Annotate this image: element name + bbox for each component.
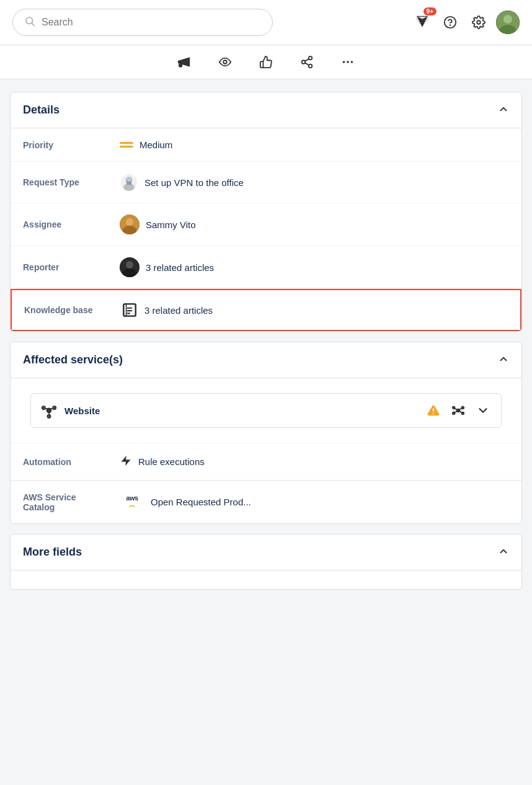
knowledge-base-text: 3 related articles bbox=[144, 305, 213, 316]
aws-logo: aws ⌢ bbox=[120, 494, 144, 510]
service-expand-button[interactable] bbox=[475, 402, 491, 419]
automation-text: Rule executions bbox=[138, 456, 205, 467]
svg-line-14 bbox=[305, 63, 309, 65]
svg-line-39 bbox=[45, 409, 49, 409]
nav-icons: 9+ bbox=[412, 11, 520, 34]
search-bar[interactable] bbox=[12, 9, 273, 36]
more-fields-title: More fields bbox=[23, 546, 82, 559]
svg-point-36 bbox=[42, 406, 45, 409]
svg-point-45 bbox=[453, 407, 455, 409]
aws-label: AWS Service Catalog bbox=[23, 492, 110, 512]
details-header: Details bbox=[11, 92, 521, 128]
main-content: Details Priority Medium Request Type bbox=[0, 79, 532, 602]
request-type-value: Set up VPN to the office bbox=[120, 173, 509, 192]
svg-line-15 bbox=[305, 59, 309, 61]
assignee-label: Assignee bbox=[23, 220, 110, 229]
knowledge-base-label: Knowledge base bbox=[24, 305, 111, 315]
knowledge-base-value: 3 related articles bbox=[121, 301, 508, 319]
svg-point-28 bbox=[126, 261, 133, 268]
service-name: Website bbox=[64, 406, 418, 416]
search-icon bbox=[24, 16, 35, 29]
request-type-label: Request Type bbox=[23, 177, 110, 187]
request-type-row: Request Type Set up VPN to the office bbox=[11, 162, 521, 203]
service-list: Website bbox=[11, 378, 521, 443]
notification-badge: 9+ bbox=[423, 7, 437, 16]
svg-point-16 bbox=[343, 61, 345, 63]
svg-point-38 bbox=[47, 415, 50, 418]
svg-point-37 bbox=[53, 406, 56, 409]
service-warning-button[interactable] bbox=[425, 402, 441, 419]
request-type-icon bbox=[120, 173, 138, 192]
svg-point-47 bbox=[453, 412, 455, 415]
knowledge-base-icon bbox=[121, 301, 138, 319]
automation-row: Automation Rule executions bbox=[11, 443, 521, 481]
service-topology-button[interactable] bbox=[450, 402, 466, 419]
svg-point-48 bbox=[462, 412, 464, 415]
assignee-value: Sammy Vito bbox=[120, 215, 509, 234]
assignee-row: Assignee Sammy Vito bbox=[11, 203, 521, 246]
affected-services-title: Affected service(s) bbox=[23, 353, 123, 366]
aws-value: aws ⌢ Open Requested Prod... bbox=[120, 494, 509, 510]
details-card: Details Priority Medium Request Type bbox=[10, 92, 522, 332]
svg-point-3 bbox=[450, 25, 451, 25]
notifications-button[interactable]: 9+ bbox=[412, 11, 433, 34]
affected-services-card: Affected service(s) bbox=[10, 342, 522, 524]
more-fields-content bbox=[11, 570, 521, 589]
affected-services-header: Affected service(s) bbox=[11, 342, 521, 378]
svg-point-9 bbox=[179, 64, 182, 67]
reporter-avatar bbox=[120, 257, 140, 277]
share-button[interactable] bbox=[296, 51, 317, 73]
automation-icon bbox=[120, 455, 132, 469]
svg-point-17 bbox=[347, 61, 349, 63]
top-nav: 9+ bbox=[0, 0, 532, 45]
svg-line-40 bbox=[49, 409, 53, 409]
priority-value: Medium bbox=[120, 140, 509, 150]
more-fields-card: More fields bbox=[10, 534, 522, 590]
reporter-row: Reporter 3 related articles bbox=[11, 246, 521, 289]
request-type-text: Set up VPN to the office bbox=[144, 177, 244, 188]
priority-text: Medium bbox=[140, 140, 172, 150]
affected-services-collapse-button[interactable] bbox=[498, 353, 509, 366]
svg-point-25 bbox=[126, 218, 133, 226]
service-network-icon bbox=[41, 402, 57, 419]
svg-point-18 bbox=[351, 61, 353, 63]
priority-label: Priority bbox=[23, 140, 110, 150]
priority-row: Priority Medium bbox=[11, 128, 521, 162]
aws-row: AWS Service Catalog aws ⌢ Open Requested… bbox=[11, 481, 521, 523]
more-actions-button[interactable] bbox=[337, 51, 358, 73]
reporter-value: 3 related articles bbox=[120, 257, 509, 277]
aws-text: Open Requested Prod... bbox=[151, 497, 251, 507]
automation-label: Automation bbox=[23, 457, 110, 467]
more-fields-header: More fields bbox=[11, 534, 521, 570]
announce-button[interactable] bbox=[174, 51, 195, 73]
details-title: Details bbox=[23, 104, 60, 117]
svg-point-46 bbox=[462, 407, 464, 409]
toolbar bbox=[0, 45, 532, 79]
reporter-label: Reporter bbox=[23, 262, 110, 272]
watch-button[interactable] bbox=[215, 51, 236, 73]
assignee-avatar bbox=[120, 215, 140, 234]
svg-point-43 bbox=[433, 413, 434, 414]
assignee-name: Sammy Vito bbox=[146, 220, 196, 230]
like-button[interactable] bbox=[255, 51, 277, 73]
settings-button[interactable] bbox=[468, 11, 490, 33]
website-service-card: Website bbox=[30, 393, 502, 428]
search-input[interactable] bbox=[42, 17, 261, 28]
svg-point-6 bbox=[503, 15, 512, 24]
automation-value: Rule executions bbox=[120, 455, 509, 469]
service-actions bbox=[425, 402, 491, 419]
svg-point-10 bbox=[223, 60, 227, 64]
avatar bbox=[496, 11, 520, 34]
priority-icon bbox=[120, 142, 133, 148]
svg-point-23 bbox=[126, 177, 131, 182]
more-fields-collapse-button[interactable] bbox=[498, 546, 509, 559]
user-avatar-button[interactable] bbox=[496, 11, 520, 34]
details-collapse-button[interactable] bbox=[498, 104, 509, 117]
svg-line-1 bbox=[32, 23, 34, 25]
knowledge-base-row[interactable]: Knowledge base 3 related articles bbox=[11, 289, 521, 331]
reporter-name: 3 related articles bbox=[146, 262, 214, 273]
svg-point-4 bbox=[477, 20, 481, 24]
help-button[interactable] bbox=[439, 11, 461, 33]
